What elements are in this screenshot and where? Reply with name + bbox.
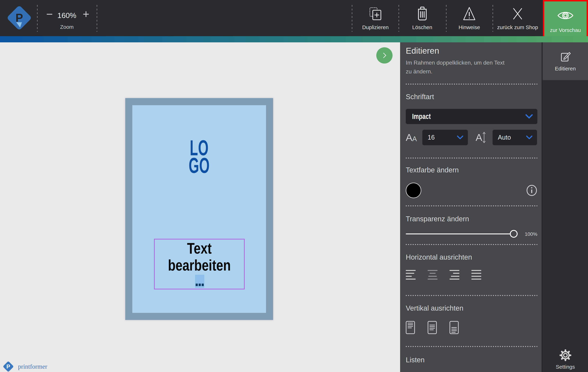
logo-text[interactable]: LO GO xyxy=(132,139,266,174)
duplicate-button[interactable]: Duplizieren xyxy=(352,0,399,36)
preview-label: zur Vorschau xyxy=(550,27,581,33)
rail-edit-label: Editieren xyxy=(555,66,576,72)
section-divider xyxy=(406,158,537,159)
valign-top-button[interactable] xyxy=(406,321,415,334)
ellipsis-icon xyxy=(195,284,204,286)
horizontal-align-row xyxy=(406,270,537,279)
preview-button[interactable]: zur Vorschau xyxy=(543,0,588,41)
zoom-controls: − 160% + Zoom xyxy=(37,0,97,36)
rail-settings-label: Settings xyxy=(556,364,575,370)
text-overflow-indicator xyxy=(195,275,204,288)
text-line-1: Text xyxy=(164,240,235,257)
vertical-align-row xyxy=(406,321,537,334)
align-right-button[interactable] xyxy=(450,270,459,279)
font-size-dropdown[interactable]: 16 xyxy=(422,130,468,145)
chevron-down-icon xyxy=(457,135,463,139)
back-to-shop-label: zurück zum Shop xyxy=(497,24,538,30)
edit-panel: Editieren Im Rahmen doppelklicken, um de… xyxy=(400,42,542,372)
poster-artboard[interactable]: LO GO Text bearbeiten xyxy=(125,98,273,320)
align-left-button[interactable] xyxy=(406,270,416,279)
transparency-slider-row: 100% xyxy=(406,229,537,239)
rail-settings-button[interactable]: Settings xyxy=(543,349,588,370)
close-icon xyxy=(512,6,524,21)
horizontal-align-heading: Horizontal ausrichten xyxy=(406,253,537,262)
font-family-value: Impact xyxy=(412,112,431,121)
panel-title: Editieren xyxy=(406,46,537,56)
footer-logo-letter: P xyxy=(3,361,14,372)
zoom-in-button[interactable]: + xyxy=(83,9,89,20)
section-divider xyxy=(406,84,537,85)
text-line-2: bearbeiten xyxy=(164,257,235,274)
printformer-logo-icon: P xyxy=(9,7,30,29)
transparency-slider-knob[interactable] xyxy=(510,230,518,238)
footer-brand-name: printformer xyxy=(18,363,47,370)
eye-icon xyxy=(557,8,574,23)
chevron-down-icon xyxy=(526,135,532,139)
warning-triangle-icon xyxy=(462,6,477,21)
align-center-button[interactable] xyxy=(428,270,438,279)
font-family-dropdown[interactable]: Impact xyxy=(406,109,537,124)
text-color-heading: Textfarbe ändern xyxy=(406,166,537,174)
rail-tab-edit[interactable]: Editieren xyxy=(543,42,588,80)
section-divider xyxy=(406,205,537,206)
transparency-slider-track[interactable] xyxy=(406,234,515,234)
font-size-icon: AA xyxy=(406,133,422,142)
transparency-heading: Transparenz ändern xyxy=(406,214,537,223)
panel-subtitle: Im Rahmen doppelklicken, um den Text zu … xyxy=(406,58,512,76)
delete-button[interactable]: Löschen xyxy=(399,0,445,36)
lists-heading: Listen xyxy=(406,355,537,364)
valign-middle-button[interactable] xyxy=(428,321,437,334)
chevron-down-icon xyxy=(525,114,533,119)
brand-gradient-bar xyxy=(0,36,588,42)
toolbar: P − 160% + Zoom Duplizieren xyxy=(0,0,588,36)
text-color-row xyxy=(406,182,537,198)
toolbar-separator xyxy=(97,5,97,32)
hints-button[interactable]: Hinweise xyxy=(447,0,492,36)
valign-bottom-button[interactable] xyxy=(450,321,459,334)
delete-label: Löschen xyxy=(412,24,432,30)
back-to-shop-button[interactable]: zurück zum Shop xyxy=(493,0,542,36)
logo-fold xyxy=(16,22,22,28)
logo-line-2: GO xyxy=(158,157,241,174)
align-justify-button[interactable] xyxy=(471,270,481,279)
tool-rail: Editieren Settings xyxy=(543,42,588,372)
trash-icon xyxy=(416,6,429,21)
design-canvas[interactable]: LO GO Text bearbeiten P xyxy=(0,42,400,372)
line-height-icon: A xyxy=(476,132,490,143)
duplicate-icon xyxy=(370,6,381,21)
collapse-panel-button[interactable] xyxy=(376,47,393,64)
printformer-editor: P − 160% + Zoom Duplizieren xyxy=(0,0,588,372)
printformer-wordmark: P printformer xyxy=(3,361,47,372)
printformer-footer-icon: P xyxy=(3,361,14,372)
section-divider xyxy=(406,346,537,347)
font-size-row: AA 16 A Auto xyxy=(406,130,537,145)
color-swatch-black[interactable] xyxy=(406,183,421,198)
gear-icon xyxy=(559,349,572,362)
font-section-heading: Schriftart xyxy=(406,92,537,101)
vertical-align-heading: Vertikal ausrichten xyxy=(406,304,537,313)
chevron-right-icon xyxy=(380,52,388,59)
poster-page: LO GO Text bearbeiten xyxy=(132,105,266,313)
zoom-label: Zoom xyxy=(37,24,97,30)
edit-pencil-icon xyxy=(560,51,571,63)
transparency-value: 100% xyxy=(525,231,537,237)
line-height-value: Auto xyxy=(498,134,511,141)
info-icon[interactable] xyxy=(526,185,537,196)
line-height-dropdown[interactable]: Auto xyxy=(493,130,537,145)
section-divider xyxy=(406,295,537,296)
hints-label: Hinweise xyxy=(459,24,480,30)
duplicate-label: Duplizieren xyxy=(362,24,389,30)
text-frame-selected[interactable]: Text bearbeiten xyxy=(154,239,245,289)
section-divider xyxy=(406,244,537,245)
font-size-value: 16 xyxy=(428,134,435,141)
